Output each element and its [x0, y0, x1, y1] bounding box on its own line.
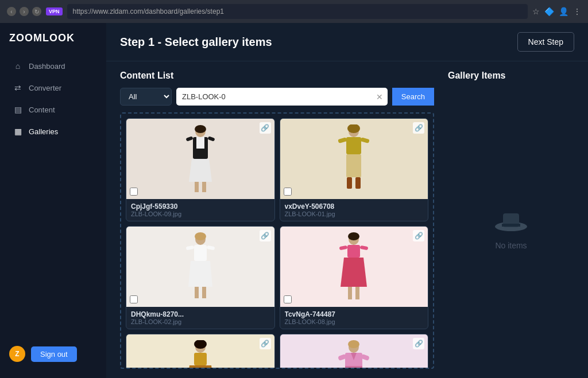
fashion-figure-6	[334, 340, 374, 369]
link-icon-6[interactable]: 🔗	[413, 338, 424, 349]
item-image-area: 🔗	[126, 119, 274, 199]
svg-rect-15	[361, 137, 370, 143]
svg-rect-29	[360, 245, 369, 250]
link-icon-2[interactable]: 🔗	[413, 122, 424, 134]
menu-icon[interactable]: ⋮	[573, 7, 581, 16]
list-item[interactable]: 🔗 vxDveY-506708 ZLB-LOOK-01.jpg	[280, 118, 429, 221]
profile-icon[interactable]: 👤	[559, 7, 568, 16]
list-item[interactable]: 🔗 CpjJgf-559330 ZLB-LOOK-09.jpg	[126, 118, 275, 221]
search-clear-icon[interactable]: ✕	[372, 92, 388, 102]
list-item[interactable]: 🔗 DHQkmu-8270... ZLB-LOOK-02.jpg	[126, 226, 275, 329]
svg-rect-42	[345, 366, 362, 369]
item-thumbnail	[280, 119, 428, 199]
fashion-figure-2	[334, 124, 374, 193]
svg-rect-22	[206, 245, 215, 250]
reload-button[interactable]: ↻	[32, 7, 41, 16]
fashion-figure-5	[180, 340, 220, 369]
sidebar-item-content[interactable]: ▤ Content	[3, 99, 103, 120]
grid-container[interactable]: 🔗 CpjJgf-559330 ZLB-LOOK-09.jpg	[120, 112, 434, 369]
no-items-area: No items	[448, 88, 574, 369]
svg-rect-13	[355, 177, 361, 189]
svg-rect-7	[207, 136, 215, 142]
link-icon-5[interactable]: 🔗	[260, 338, 271, 349]
content-area: Content List All Images Videos ✕ Search	[106, 61, 588, 378]
converter-icon: ⇄	[13, 83, 23, 93]
item-image-area: 🔗	[280, 119, 428, 199]
item-name-3: DHQkmu-8270...	[131, 310, 270, 318]
list-item[interactable]: 🔗 OTROvi-164340 ZLB-LOOK-03.jpg	[280, 334, 429, 369]
item-checkbox-3[interactable]	[130, 295, 138, 303]
filter-select[interactable]: All Images Videos	[120, 88, 172, 106]
link-icon-3[interactable]: 🔗	[260, 230, 271, 241]
svg-rect-14	[338, 137, 347, 143]
sign-out-button[interactable]: Sign out	[31, 346, 77, 362]
back-button[interactable]: ‹	[7, 7, 16, 16]
item-filename-1: ZLB-LOOK-09.jpg	[131, 211, 270, 217]
item-checkbox-4[interactable]	[284, 295, 292, 303]
svg-rect-11	[346, 154, 361, 177]
fashion-figure-1	[180, 124, 220, 193]
extension-icon[interactable]: 🔷	[544, 7, 554, 16]
browser-bar: ‹ › ↻ VPN https://www.zldam.com/dashboar…	[0, 0, 588, 23]
item-info-1: CpjJgf-559330 ZLB-LOOK-09.jpg	[126, 199, 274, 221]
svg-rect-25	[347, 245, 360, 258]
svg-rect-18	[194, 245, 207, 261]
sidebar-item-galleries[interactable]: ▦ Galleries	[3, 121, 103, 142]
app: ZOOMLOOK ⌂ Dashboard ⇄ Converter ▤ Conte…	[0, 23, 588, 378]
left-panel: Content List All Images Videos ✕ Search	[120, 71, 434, 369]
item-image-area: 🔗	[126, 227, 274, 307]
content-list-title: Content List	[120, 71, 434, 81]
browser-icons: ☆ 🔷 👤 ⋮	[532, 7, 581, 16]
no-items-icon	[494, 206, 528, 235]
item-name-2: vxDveY-506708	[285, 202, 424, 211]
search-input-wrapper: ✕	[176, 88, 388, 106]
search-bar: All Images Videos ✕ Search	[120, 88, 434, 106]
item-image-area: 🔗	[280, 227, 428, 307]
item-checkbox-2[interactable]	[284, 188, 292, 196]
svg-point-40	[348, 340, 359, 348]
avatar: Z	[9, 346, 25, 362]
item-checkbox-1[interactable]	[130, 188, 138, 196]
item-filename-4: ZLB-LOOK-08.jpg	[285, 318, 424, 325]
sidebar-label-converter: Converter	[29, 84, 61, 92]
link-icon-4[interactable]: 🔗	[413, 230, 424, 241]
item-name-1: CpjJgf-559330	[131, 202, 270, 211]
sidebar-item-dashboard[interactable]: ⌂ Dashboard	[3, 56, 103, 76]
right-panel: Gallery Items No items	[448, 71, 574, 369]
svg-rect-21	[185, 245, 194, 250]
list-item[interactable]: 🔗 zaPNWZ-477697 ZLB-LOOK-07.jpg	[126, 334, 275, 369]
svg-rect-20	[202, 287, 206, 298]
no-items-label: No items	[495, 241, 527, 250]
search-button[interactable]: Search	[392, 88, 434, 106]
sidebar-label-galleries: Galleries	[29, 127, 58, 136]
star-icon[interactable]: ☆	[532, 7, 540, 16]
svg-rect-4	[195, 182, 199, 192]
content-icon: ▤	[13, 104, 23, 115]
home-icon: ⌂	[13, 61, 23, 71]
address-bar[interactable]: https://www.zldam.com/dashboard/gallerie…	[67, 4, 528, 19]
item-thumbnail	[126, 119, 274, 199]
link-icon-1[interactable]: 🔗	[260, 122, 271, 134]
page-title: Step 1 - Select gallery items	[120, 36, 272, 49]
fashion-figure-4	[334, 232, 374, 301]
svg-rect-49	[502, 224, 520, 227]
sidebar-item-converter[interactable]: ⇄ Converter	[3, 77, 103, 98]
list-item[interactable]: 🔗 TcvNgA-744487 ZLB-LOOK-08.jpg	[280, 226, 429, 329]
search-input[interactable]	[176, 88, 372, 105]
svg-rect-27	[355, 287, 359, 299]
galleries-icon: ▦	[13, 126, 23, 137]
item-thumbnail	[126, 334, 274, 369]
gallery-items-title: Gallery Items	[448, 71, 574, 81]
next-step-button[interactable]: Next Step	[517, 32, 574, 52]
main-content: Step 1 - Select gallery items Next Step …	[106, 23, 588, 378]
svg-rect-10	[346, 137, 361, 154]
sidebar-label-dashboard: Dashboard	[29, 62, 65, 71]
item-filename-3: ZLB-LOOK-02.jpg	[131, 318, 270, 325]
sidebar-bottom: Z Sign out	[0, 339, 106, 369]
item-info-3: DHQkmu-8270... ZLB-LOOK-02.jpg	[126, 307, 274, 329]
forward-button[interactable]: ›	[20, 7, 29, 16]
vpn-badge: VPN	[46, 7, 63, 15]
svg-rect-32	[194, 353, 207, 365]
item-info-4: TcvNgA-744487 ZLB-LOOK-08.jpg	[280, 307, 428, 329]
svg-rect-26	[348, 287, 352, 299]
